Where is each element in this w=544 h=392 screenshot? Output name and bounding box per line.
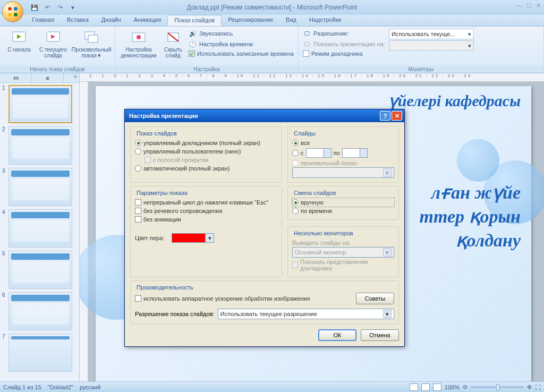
tips-button[interactable]: Советы bbox=[356, 293, 394, 304]
slideshow-view-button[interactable] bbox=[433, 384, 441, 391]
radio-all-slides[interactable]: все bbox=[292, 139, 394, 147]
monitor-icon: 🖵 bbox=[303, 29, 311, 38]
radio-slide-range[interactable]: с по bbox=[292, 147, 394, 159]
tab-review[interactable]: Рецензирование bbox=[222, 15, 279, 26]
vertical-ruler bbox=[80, 82, 88, 381]
svg-point-1 bbox=[14, 7, 18, 11]
from-current-button[interactable]: С текущего слайда bbox=[37, 28, 69, 58]
group-label: Настройка bbox=[115, 66, 298, 73]
tab-insert[interactable]: Вставка bbox=[61, 15, 95, 26]
status-bar: Слайд 1 из 15 "Doklad2" русский 100% ⊖ ⊕… bbox=[0, 381, 544, 392]
slide-thumbnail-3[interactable]: 3 bbox=[2, 168, 77, 206]
check-no-narration[interactable]: без речевого сопровождения bbox=[135, 207, 277, 215]
radio-icon bbox=[292, 150, 299, 156]
radio-presenter[interactable]: управляемый докладчиком (полный экран) bbox=[135, 139, 277, 147]
dialog-titlebar[interactable]: Настройка презентации ? ✕ bbox=[125, 109, 404, 122]
radio-icon bbox=[135, 148, 141, 155]
slideshow-resolution-label: Разрешение показа слайдов: bbox=[135, 311, 215, 317]
radio-browsed[interactable]: управляемый пользователем (окно) bbox=[135, 147, 277, 156]
tab-slideshow[interactable]: Показ слайдов bbox=[167, 15, 222, 26]
ribbon-group-start: С начала С текущего слайда Произвольный … bbox=[0, 27, 115, 73]
svg-point-2 bbox=[8, 13, 12, 16]
quick-access-toolbar: 💾 ↶ ↷ ▾ bbox=[30, 3, 78, 12]
sorter-view-button[interactable] bbox=[421, 384, 430, 391]
checkbox-icon bbox=[303, 50, 309, 57]
normal-view-button[interactable] bbox=[410, 384, 418, 391]
slides-tab[interactable]: ▭ bbox=[0, 73, 32, 82]
to-input[interactable] bbox=[342, 148, 368, 158]
chevron-down-icon: ▾ bbox=[468, 31, 471, 38]
rehearse-timing-button[interactable]: 🕐Настройка времени bbox=[188, 39, 295, 49]
slide-text: ттер қорын bbox=[419, 206, 521, 227]
maximize-button[interactable]: ☐ bbox=[526, 2, 532, 9]
record-audio-button[interactable]: 🔊Звукозапись bbox=[188, 29, 295, 38]
chevron-down-icon: ▾ bbox=[383, 168, 392, 177]
language[interactable]: русский bbox=[80, 384, 100, 390]
ok-button[interactable]: ОК bbox=[318, 329, 356, 341]
chevron-down-icon: ▾ bbox=[98, 52, 101, 58]
fit-to-window-button[interactable]: ⛶ bbox=[535, 384, 541, 390]
tab-view[interactable]: Вид bbox=[279, 15, 303, 26]
check-no-animation[interactable]: без анимации bbox=[135, 215, 277, 224]
performance-fieldset: Производительность использовать аппаратн… bbox=[130, 280, 399, 324]
slide-thumbnail-1[interactable]: 1 bbox=[2, 85, 77, 123]
setup-show-button[interactable]: Настройка демонстрации bbox=[118, 28, 159, 58]
slide-text: лған жүйе bbox=[431, 182, 521, 203]
show-on-label: 🖵Показать презентацию на: bbox=[302, 39, 387, 49]
redo-button[interactable]: ↷ bbox=[55, 3, 65, 12]
presenter-view-checkbox[interactable]: Режим докладчика bbox=[302, 50, 387, 57]
zoom-level[interactable]: 100% bbox=[445, 384, 460, 390]
chevron-down-icon: ▾ bbox=[383, 310, 392, 318]
checkbox-icon bbox=[135, 208, 141, 214]
checkbox-icon bbox=[292, 262, 298, 268]
radio-timings[interactable]: по времени bbox=[292, 207, 394, 215]
help-button[interactable]: ? bbox=[380, 111, 390, 121]
from-beginning-button[interactable]: С начала bbox=[3, 28, 35, 53]
check-hw-accel[interactable]: использовать аппаратное ускорение обрабо… bbox=[135, 294, 356, 303]
minimize-button[interactable]: — bbox=[516, 2, 522, 9]
check-loop[interactable]: непрерывный цикл до нажатия клавиши "Esc… bbox=[135, 198, 277, 207]
svg-point-0 bbox=[8, 7, 12, 11]
close-button[interactable]: ✕ bbox=[536, 2, 541, 9]
zoom-out-button[interactable]: ⊖ bbox=[463, 384, 468, 390]
horizontal-ruler: 2 · 1 · 0 · 1 · 2 · 3 · 4 · 5 · 6 · 7 · … bbox=[80, 73, 544, 82]
slide-thumbnail-5[interactable]: 5 bbox=[2, 251, 77, 289]
monitor-icon: 🖵 bbox=[303, 40, 311, 48]
svg-rect-9 bbox=[88, 35, 98, 42]
slide-thumbnail-2[interactable]: 2 bbox=[2, 126, 77, 165]
slide-thumbnail-4[interactable]: 4 bbox=[2, 209, 77, 248]
slideshow-resolution-combo[interactable]: Использовать текущее разрешение▾ bbox=[218, 309, 394, 319]
radio-icon bbox=[135, 140, 141, 146]
cancel-button[interactable]: Отмена bbox=[361, 329, 399, 341]
save-button[interactable]: 💾 bbox=[30, 3, 39, 12]
panel-close-icon[interactable]: × bbox=[72, 73, 79, 82]
display-on-combo: Основной монитор▾ bbox=[292, 247, 394, 258]
zoom-in-button[interactable]: ⊕ bbox=[527, 384, 532, 390]
checkbox-icon bbox=[135, 295, 141, 302]
pen-color-picker[interactable]: ▾ bbox=[172, 233, 214, 243]
office-button[interactable] bbox=[2, 1, 23, 22]
custom-show-icon bbox=[83, 29, 100, 46]
use-timings-checkbox[interactable]: ✓Использовать записанные времена bbox=[188, 50, 295, 57]
slide-thumbnail-7[interactable]: 7 bbox=[2, 334, 77, 372]
chevron-down-icon: ▾ bbox=[205, 234, 214, 242]
tab-home[interactable]: Главная bbox=[26, 15, 61, 26]
title-bar: 💾 ↶ ↷ ▾ Доклад.ppt [Режим совместимости]… bbox=[0, 0, 544, 15]
pen-color-row: Цвет пера: ▾ bbox=[135, 232, 277, 244]
qat-customize-icon[interactable]: ▾ bbox=[68, 3, 78, 12]
tab-animation[interactable]: Анимация bbox=[128, 15, 168, 26]
tab-addins[interactable]: Надстройки bbox=[303, 15, 347, 26]
outline-tab[interactable]: ≡ bbox=[32, 73, 64, 82]
slide-thumbnail-6[interactable]: 6 bbox=[2, 292, 77, 330]
tab-design[interactable]: Дизайн bbox=[95, 15, 128, 26]
check-presenter-view: Показать представление докладчика bbox=[292, 258, 394, 272]
from-input[interactable] bbox=[306, 148, 332, 158]
radio-manual[interactable]: вручную bbox=[292, 198, 394, 207]
zoom-slider[interactable] bbox=[471, 386, 524, 388]
radio-kiosk[interactable]: автоматический (полный экран) bbox=[135, 164, 277, 173]
undo-button[interactable]: ↶ bbox=[42, 3, 52, 12]
resolution-combo[interactable]: Использовать текуще...▾ bbox=[389, 29, 474, 39]
custom-show-button[interactable]: Произвольный показ ▾ bbox=[71, 28, 112, 58]
hide-slide-button[interactable]: Скрыть слайд bbox=[161, 28, 185, 58]
dialog-close-button[interactable]: ✕ bbox=[392, 111, 402, 121]
